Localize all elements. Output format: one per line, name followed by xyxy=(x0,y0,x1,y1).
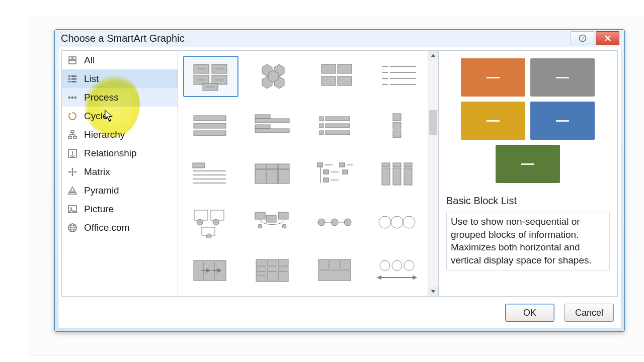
svg-point-92 xyxy=(213,219,219,225)
scroll-thumb[interactable] xyxy=(429,110,437,135)
layout-radial-venn[interactable] xyxy=(370,203,424,242)
svg-rect-47 xyxy=(194,123,226,128)
relationship-icon xyxy=(67,148,78,159)
layout-grid[interactable] xyxy=(310,56,363,95)
svg-rect-6 xyxy=(68,81,70,82)
layout-bending-picture[interactable] xyxy=(246,203,299,242)
gallery-scrollbar[interactable] xyxy=(428,51,438,296)
svg-rect-62 xyxy=(193,163,205,168)
close-button[interactable] xyxy=(596,31,619,45)
cancel-button[interactable]: Cancel xyxy=(565,304,614,322)
list-icon xyxy=(67,73,78,84)
svg-rect-90 xyxy=(211,210,224,220)
svg-rect-48 xyxy=(194,131,226,136)
category-label: Matrix xyxy=(84,166,110,177)
category-label: List xyxy=(84,73,99,84)
svg-rect-13 xyxy=(73,136,76,138)
category-label: Relationship xyxy=(84,148,137,159)
scroll-track[interactable] xyxy=(428,60,438,287)
svg-text:?: ? xyxy=(581,36,584,41)
layout-arrow-grid[interactable] xyxy=(183,251,236,290)
globe-icon xyxy=(67,222,78,233)
category-pyramid[interactable]: Pyramid xyxy=(62,181,178,200)
category-label: Pyramid xyxy=(84,185,119,196)
layout-circle-arrow[interactable] xyxy=(370,251,424,290)
svg-rect-36 xyxy=(321,76,336,85)
svg-rect-34 xyxy=(321,64,336,73)
preview-block xyxy=(461,102,525,140)
matrix-icon xyxy=(67,166,78,177)
svg-point-16 xyxy=(70,207,71,209)
layout-picture-caption-list[interactable] xyxy=(183,203,236,242)
layout-lined-list[interactable] xyxy=(372,56,426,95)
svg-rect-61 xyxy=(393,131,401,138)
help-icon: ? xyxy=(579,34,587,42)
svg-point-8 xyxy=(68,96,71,99)
preview-block xyxy=(496,145,560,183)
layout-bullet-bars[interactable] xyxy=(308,106,361,145)
layout-hierarchy-bullets[interactable] xyxy=(308,154,361,194)
pyramid-icon xyxy=(67,185,78,196)
scroll-down-button[interactable] xyxy=(428,287,438,296)
preview-block xyxy=(530,102,595,140)
layout-segmented-columns[interactable] xyxy=(246,251,299,290)
svg-point-98 xyxy=(258,224,262,228)
svg-rect-88 xyxy=(404,168,412,185)
all-icon xyxy=(67,55,78,66)
category-all[interactable]: All xyxy=(62,51,178,69)
category-list-item[interactable]: List xyxy=(62,69,178,88)
svg-point-101 xyxy=(331,219,338,226)
category-office[interactable]: Office.com xyxy=(62,218,178,237)
layout-gallery xyxy=(178,50,438,297)
category-picture[interactable]: Picture xyxy=(62,200,178,218)
layout-vertical-columns[interactable] xyxy=(370,154,424,194)
category-label: Cycle xyxy=(84,111,108,122)
svg-rect-59 xyxy=(393,114,401,121)
svg-point-127 xyxy=(404,260,414,270)
category-label: Picture xyxy=(84,204,114,215)
svg-rect-54 xyxy=(326,117,350,121)
svg-point-102 xyxy=(344,219,351,226)
category-relationship[interactable]: Relationship xyxy=(62,144,178,162)
ok-button[interactable]: OK xyxy=(505,304,554,322)
svg-rect-115 xyxy=(278,259,288,265)
svg-rect-50 xyxy=(255,119,289,123)
svg-rect-78 xyxy=(324,178,329,182)
category-process[interactable]: Process xyxy=(62,88,178,107)
layout-hexagon-cluster[interactable] xyxy=(248,56,301,95)
svg-rect-60 xyxy=(393,122,401,129)
title-bar: Choose a SmartArt Graphic ? xyxy=(55,30,624,47)
svg-rect-11 xyxy=(71,131,74,133)
close-icon xyxy=(604,35,611,42)
svg-rect-12 xyxy=(68,136,71,138)
svg-rect-95 xyxy=(255,212,265,219)
preview-description: Use to show non-sequential or grouped bl… xyxy=(446,212,610,270)
svg-rect-2 xyxy=(68,75,70,77)
layout-vertical-box-list[interactable] xyxy=(370,106,424,145)
layout-stacked-bars[interactable] xyxy=(183,106,236,145)
layout-header-lines[interactable] xyxy=(183,154,236,194)
svg-point-126 xyxy=(392,260,402,270)
svg-rect-52 xyxy=(255,129,289,133)
svg-rect-86 xyxy=(393,168,401,185)
category-cycle[interactable]: Cycle xyxy=(62,107,178,125)
smartart-dialog: Choose a SmartArt Graphic ? All List xyxy=(54,29,625,332)
scroll-up-button[interactable] xyxy=(428,51,438,60)
svg-rect-35 xyxy=(338,64,352,73)
svg-rect-7 xyxy=(71,81,76,82)
svg-rect-111 xyxy=(256,259,266,265)
category-list: All List Process Cycle Hierarchy xyxy=(61,50,178,297)
layout-table-list[interactable] xyxy=(246,154,299,194)
picture-icon xyxy=(67,204,78,215)
layout-basic-block-list[interactable] xyxy=(183,56,238,97)
help-button[interactable]: ? xyxy=(571,31,594,45)
svg-rect-85 xyxy=(393,163,401,167)
layout-tab-list[interactable] xyxy=(246,106,299,145)
category-hierarchy[interactable]: Hierarchy xyxy=(62,125,178,144)
process-icon xyxy=(67,92,78,103)
layout-connected-circles[interactable] xyxy=(308,203,361,242)
layout-picture-grid[interactable] xyxy=(308,251,361,290)
category-matrix[interactable]: Matrix xyxy=(62,162,178,181)
dialog-footer: OK Cancel xyxy=(61,297,618,325)
svg-rect-51 xyxy=(255,125,270,129)
